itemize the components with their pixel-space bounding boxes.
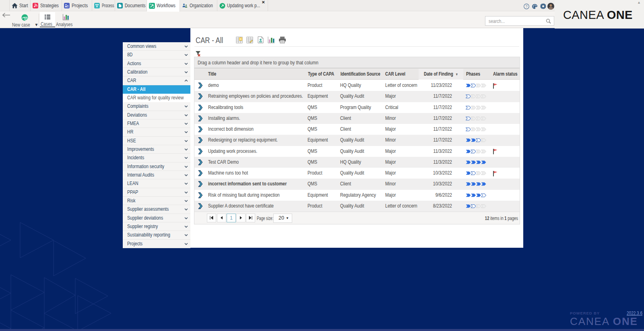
svg-text:?: ? bbox=[526, 4, 528, 8]
